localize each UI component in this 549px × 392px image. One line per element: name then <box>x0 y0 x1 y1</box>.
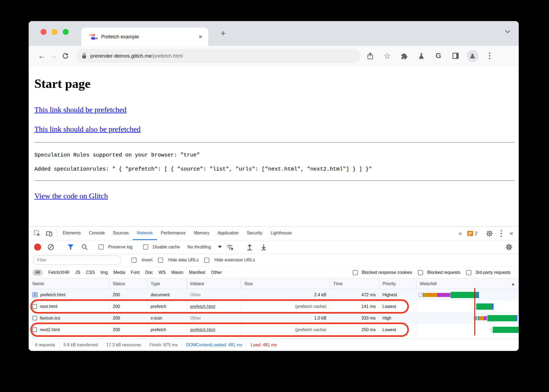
search-icon[interactable] <box>79 244 91 250</box>
filter-input[interactable] <box>33 255 121 265</box>
column-header-status[interactable]: Status <box>110 279 147 289</box>
disable-cache-checkbox[interactable] <box>143 244 148 250</box>
browser-menu-kebab-icon[interactable] <box>484 50 495 62</box>
beaker-flask-icon[interactable] <box>415 50 427 62</box>
throttling-dropdown[interactable]: No throttling <box>187 245 221 250</box>
hide-extension-urls-checkbox[interactable] <box>204 258 209 263</box>
devtools-settings-gear-icon[interactable] <box>484 230 495 237</box>
profile-avatar[interactable] <box>467 50 478 62</box>
export-har-icon[interactable] <box>258 244 270 250</box>
tab-application[interactable]: Application <box>213 227 243 240</box>
close-window-button[interactable] <box>41 29 47 35</box>
new-tab-button[interactable]: + <box>217 27 229 39</box>
hide-data-urls-checkbox[interactable] <box>158 258 163 263</box>
table-row[interactable]: favicon.ico 200 x-icon Other 1.0 kB 333 … <box>29 312 519 324</box>
prefetch-link-2: This link should also be prefetched <box>34 125 512 134</box>
third-party-requests-label: 3rd-party requests <box>475 270 511 275</box>
glitch-code-link-anchor[interactable]: View the code on Glitch <box>34 192 108 200</box>
toolbar-icons: ☆ G <box>364 50 495 62</box>
column-header-time[interactable]: Time <box>330 279 379 289</box>
side-panel-icon[interactable] <box>449 50 461 62</box>
back-button[interactable]: ← <box>36 50 48 62</box>
zoom-window-button[interactable] <box>63 29 69 35</box>
third-party-requests-checkbox[interactable] <box>466 270 471 275</box>
share-icon[interactable] <box>364 50 376 62</box>
request-type: x-icon <box>147 312 187 324</box>
waterfall-cell <box>416 324 519 335</box>
issues-button[interactable]: 2 <box>465 231 480 236</box>
waterfall-bar <box>475 316 477 320</box>
waterfall-bar <box>451 292 477 298</box>
request-name: prefetch.html <box>40 293 65 297</box>
prefetch-link-2-anchor[interactable]: This link should also be prefetched <box>34 125 141 133</box>
waterfall-bar <box>487 315 516 321</box>
tab-lighthouse[interactable]: Lighthouse <box>266 227 296 240</box>
web-page-content: Start page This link should be prefetche… <box>29 66 519 227</box>
waterfall-bar <box>493 327 519 333</box>
chip-ws[interactable]: WS <box>158 270 166 275</box>
record-button[interactable] <box>34 244 41 251</box>
chip-other[interactable]: Other <box>211 270 222 275</box>
network-settings-gear-icon[interactable] <box>503 244 515 251</box>
tab-console[interactable]: Console <box>85 227 109 240</box>
load-time: Load: 481 ms <box>247 342 281 348</box>
inspect-element-icon[interactable] <box>31 227 43 240</box>
speculation-rules-text: Added speculationrules: " { "prefetch": … <box>34 166 512 172</box>
tab-close-icon[interactable]: × <box>199 34 202 40</box>
browser-tab[interactable]: Prefetch example × <box>81 28 208 46</box>
blocked-response-cookies-checkbox[interactable] <box>353 270 358 275</box>
waterfall-bar <box>424 293 437 297</box>
column-header-size[interactable]: Size <box>241 279 330 289</box>
reload-button[interactable] <box>59 50 71 62</box>
divider-top <box>34 142 515 143</box>
padlock-icon[interactable] <box>82 53 87 59</box>
sort-ascending-icon[interactable]: ▲ <box>511 282 515 286</box>
tab-network[interactable]: Network <box>133 227 157 240</box>
preserve-log-checkbox[interactable] <box>98 244 104 250</box>
network-toolbar: Preserve log Disable cache No throttling <box>29 240 519 254</box>
chip-all[interactable]: All <box>32 269 43 276</box>
more-tabs-icon[interactable]: » <box>456 230 465 237</box>
blocked-requests-checkbox[interactable] <box>418 270 423 275</box>
column-header-initiator[interactable]: Initiator <box>187 279 241 289</box>
column-header-name[interactable]: Name <box>29 279 110 289</box>
devtools-close-icon[interactable]: × <box>507 230 515 237</box>
chip-wasm[interactable]: Wasm <box>171 270 183 275</box>
minimize-window-button[interactable] <box>52 29 58 35</box>
extensions-puzzle-icon[interactable] <box>398 50 410 62</box>
speculation-support-text: Speculation Rules supported on your brow… <box>34 152 512 158</box>
column-header-waterfall[interactable]: Waterfall ▲ <box>416 279 519 289</box>
chip-css[interactable]: CSS <box>86 270 95 275</box>
waterfall-bar <box>491 328 492 332</box>
devtools-tab-bar: Elements Console Sources Network Perform… <box>29 227 519 240</box>
address-bar[interactable]: prerender-demos.glitch.me/prefetch.html <box>76 49 361 63</box>
devtools-menu-kebab-icon[interactable] <box>495 230 507 237</box>
chip-manifest[interactable]: Manifest <box>189 270 205 275</box>
tab-performance[interactable]: Performance <box>157 227 190 240</box>
bookmark-star-icon[interactable]: ☆ <box>381 50 393 62</box>
network-conditions-icon[interactable] <box>224 244 236 251</box>
import-har-icon[interactable] <box>244 244 256 250</box>
tab-memory[interactable]: Memory <box>190 227 213 240</box>
glitch-code-link: View the code on Glitch <box>34 192 512 200</box>
chip-fetch-xhr[interactable]: Fetch/XHR <box>48 270 70 275</box>
chip-font[interactable]: Font <box>131 270 140 275</box>
filter-funnel-icon[interactable] <box>65 244 77 250</box>
table-header-row: Name Status Type Initiator Size Time Pri… <box>29 279 519 289</box>
invert-checkbox[interactable] <box>131 258 137 263</box>
chip-js[interactable]: JS <box>75 270 80 275</box>
tab-elements[interactable]: Elements <box>59 227 85 240</box>
chip-img[interactable]: Img <box>101 270 108 275</box>
tab-security[interactable]: Security <box>243 227 266 240</box>
tab-sources[interactable]: Sources <box>109 227 133 240</box>
chip-doc[interactable]: Doc <box>145 270 153 275</box>
table-row[interactable]: prefetch.html 200 document Other 2.4 kB … <box>29 289 519 301</box>
prefetch-link-1-anchor[interactable]: This link should be prefetched <box>34 105 127 114</box>
clear-network-log-icon[interactable] <box>45 244 57 251</box>
device-toolbar-icon[interactable] <box>43 227 55 240</box>
tab-search-chevron-icon[interactable] <box>505 30 511 34</box>
chip-media[interactable]: Media <box>113 270 125 275</box>
column-header-type[interactable]: Type <box>147 279 187 289</box>
column-header-priority[interactable]: Priority <box>379 279 416 289</box>
google-g-icon[interactable]: G <box>432 50 444 62</box>
